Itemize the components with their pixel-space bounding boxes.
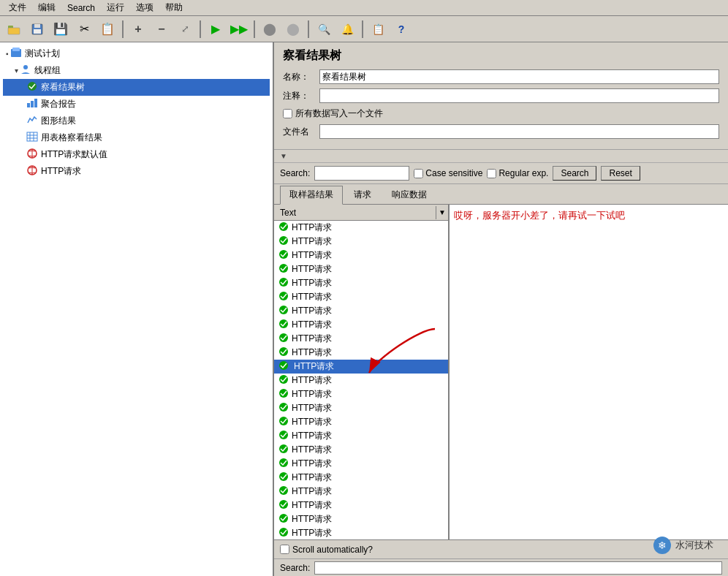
list-row-19[interactable]: HTTP请求: [274, 485, 448, 499]
toolbar-remove[interactable]: −: [151, 19, 172, 39]
tree-item-http-request[interactable]: HTTP请求: [3, 163, 270, 180]
list-row-16[interactable]: HTTP请求: [274, 443, 448, 457]
case-sensitive-checkbox[interactable]: [414, 169, 423, 178]
search-bar: Search: Case sensitive Regular exp. Sear…: [274, 163, 728, 184]
search-input[interactable]: [314, 166, 409, 181]
tab-request[interactable]: 请求: [344, 186, 381, 204]
sort-icon[interactable]: ▼: [436, 208, 448, 216]
regex-checkbox[interactable]: [487, 169, 496, 178]
list-row-text-4: HTTP请求: [292, 277, 332, 289]
list-header: Text ▼: [274, 205, 448, 221]
list-row-15[interactable]: HTTP请求: [274, 429, 448, 443]
collapse-icon: ▼: [280, 152, 287, 160]
response-text: 哎呀，服务器开小差了，请再试一下试吧: [454, 210, 625, 221]
menu-options[interactable]: 选项: [130, 0, 159, 15]
threadgroup-icon: [20, 64, 31, 77]
config-comment-input[interactable]: [319, 88, 719, 103]
collapse-arrow[interactable]: ▼: [274, 150, 728, 163]
toolbar-sep2: [200, 20, 201, 38]
toolbar-help[interactable]: ?: [390, 19, 412, 39]
list-row-text-2: HTTP请求: [292, 249, 332, 262]
list-row-text-10: HTTP请求: [292, 360, 336, 373]
list-row-9[interactable]: HTTP请求: [274, 346, 448, 360]
list-row-11[interactable]: HTTP请求: [274, 374, 448, 387]
config-comment-row: 注释：: [283, 88, 719, 103]
toolbar-cut[interactable]: ✂: [73, 19, 95, 39]
tree-label-threadgroup: 线程组: [34, 64, 61, 77]
bottom-search-input[interactable]: [314, 561, 722, 575]
toolbar-copy[interactable]: 💾: [50, 19, 72, 39]
svg-rect-12: [27, 132, 37, 141]
toolbar-add[interactable]: +: [127, 19, 149, 39]
svg-point-25: [279, 278, 288, 287]
toolbar-search[interactable]: 🔍: [313, 19, 335, 39]
list-row-3[interactable]: HTTP请求: [274, 262, 448, 276]
list-row-21[interactable]: HTTP请求: [274, 512, 448, 526]
menu-run[interactable]: 运行: [101, 0, 130, 15]
list-row-17[interactable]: HTTP请求: [274, 457, 448, 471]
tree-item-threadgroup[interactable]: ▾ 线程组: [3, 62, 270, 79]
list-row-4[interactable]: HTTP请求: [274, 276, 448, 290]
toolbar-list[interactable]: 📋: [367, 19, 389, 39]
reset-button[interactable]: Reset: [601, 166, 640, 181]
list-row-18[interactable]: HTTP请求: [274, 471, 448, 485]
config-filename-row: 文件名: [283, 124, 719, 139]
toolbar-paste[interactable]: 📋: [96, 19, 118, 39]
scroll-auto-label: Scroll automatically?: [280, 545, 373, 555]
config-filename-input[interactable]: [319, 124, 719, 139]
toolbar-open[interactable]: [3, 19, 25, 39]
tree-item-results-tree[interactable]: 察看结果树: [3, 79, 270, 96]
menu-bar: 文件 编辑 Search 运行 选项 帮助: [0, 0, 728, 16]
toolbar-alert[interactable]: 🔔: [336, 19, 358, 39]
list-row-1[interactable]: HTTP请求: [274, 235, 448, 249]
menu-search[interactable]: Search: [61, 1, 101, 15]
list-row-6[interactable]: HTTP请求: [274, 304, 448, 318]
toolbar-save[interactable]: [26, 19, 48, 39]
toolbar-expand[interactable]: ⤢: [174, 19, 196, 39]
svg-point-38: [279, 458, 288, 467]
list-row-8[interactable]: HTTP请求: [274, 332, 448, 346]
config-name-input[interactable]: [319, 69, 719, 84]
list-row-20[interactable]: HTTP请求: [274, 499, 448, 512]
tab-sampler-result[interactable]: 取样器结果: [280, 186, 343, 205]
list-row-7[interactable]: HTTP请求: [274, 318, 448, 332]
config-name-label: 名称：: [283, 71, 319, 83]
menu-help[interactable]: 帮助: [159, 0, 189, 15]
results-area: 取样器结果 请求 响应数据 Text ▼ HTTP请求HTTP请求HTTP请求H…: [274, 184, 728, 576]
split-pane: Text ▼ HTTP请求HTTP请求HTTP请求HTTP请求HTTP请求HTT…: [274, 205, 728, 539]
case-sensitive-label: Case sensitive: [414, 168, 482, 178]
scroll-auto-checkbox[interactable]: [280, 545, 289, 554]
svg-point-7: [23, 65, 28, 69]
list-row-22[interactable]: HTTP请求: [274, 526, 448, 539]
toolbar-run[interactable]: ▶: [205, 19, 227, 39]
svg-point-31: [279, 361, 288, 370]
toolbar-run-all[interactable]: ▶▶: [228, 19, 250, 39]
list-row-13[interactable]: HTTP请求: [274, 401, 448, 415]
search-button[interactable]: Search: [553, 166, 596, 181]
list-panel: Text ▼ HTTP请求HTTP请求HTTP请求HTTP请求HTTP请求HTT…: [274, 205, 450, 539]
toolbar-stop2[interactable]: ⬤: [282, 19, 304, 39]
config-writefile-checkbox[interactable]: [283, 109, 292, 118]
list-row-5[interactable]: HTTP请求: [274, 290, 448, 304]
tree-item-http-defaults[interactable]: HTTP请求默认值: [3, 146, 270, 163]
list-row-icon-14: [278, 416, 289, 428]
tree-item-graph[interactable]: 图形结果: [3, 113, 270, 129]
tree-item-testplan[interactable]: ▪ 测试计划: [3, 45, 270, 62]
tab-response-data[interactable]: 响应数据: [382, 186, 436, 204]
list-row-text-0: HTTP请求: [292, 221, 332, 234]
list-row-2[interactable]: HTTP请求: [274, 249, 448, 262]
tree-item-table[interactable]: 用表格察看结果: [3, 129, 270, 146]
menu-file[interactable]: 文件: [3, 0, 32, 15]
svg-point-40: [279, 486, 288, 495]
list-row-0[interactable]: HTTP请求: [274, 221, 448, 235]
list-row-14[interactable]: HTTP请求: [274, 415, 448, 429]
list-row-12[interactable]: HTTP请求: [274, 387, 448, 401]
expand-icon-testplan: ▪: [6, 50, 9, 58]
tree-item-aggregate[interactable]: 聚合报告: [3, 96, 270, 113]
toolbar-stop[interactable]: ⬤: [259, 19, 281, 39]
left-tree-panel: ▪ 测试计划 ▾ 线程组 察看结果树 聚合报告: [0, 42, 274, 576]
menu-edit[interactable]: 编辑: [32, 0, 61, 15]
list-row-10[interactable]: HTTP请求: [274, 360, 448, 374]
list-row-icon-9: [278, 346, 289, 359]
list-row-icon-7: [278, 319, 289, 331]
